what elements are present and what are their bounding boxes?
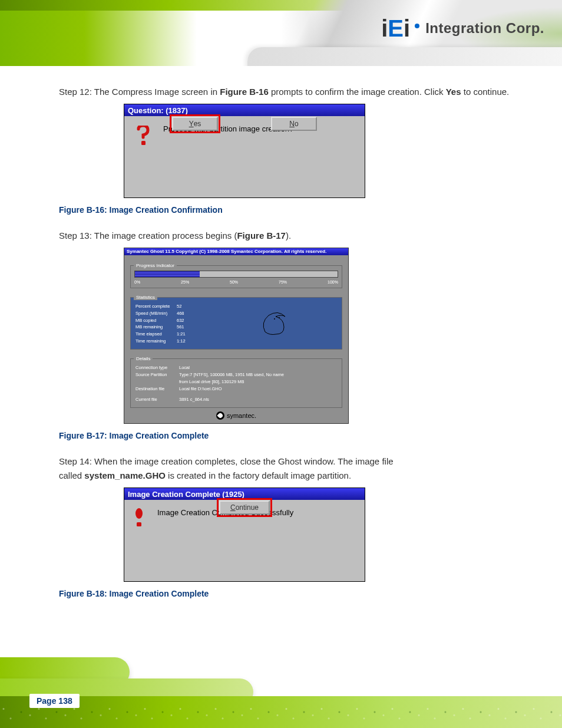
stats-table: Percent complete52 Speed (MB/min)468 MB …: [134, 302, 198, 345]
step-12-part-2: prompts to confirm the image creation. C…: [269, 87, 446, 97]
stats-box: Percent complete52 Speed (MB/min)468 MB …: [130, 297, 342, 350]
document-body: Step 12: The Compress Image screen in Fi…: [59, 77, 527, 612]
step-14-text: Step 14: When the image creation complet…: [59, 454, 527, 483]
stat-row: Speed (MB/min)468: [135, 311, 197, 317]
step-13-body: The image creation process begins (: [94, 230, 237, 241]
dialog3-title: Image Creation Complete (1925): [128, 490, 244, 499]
dialog3-buttons: Continue: [124, 500, 365, 515]
tick-50: 50%: [230, 280, 238, 284]
progress-bar: [134, 271, 338, 278]
step-12-text: Step 12: The Compress Image screen in Fi…: [59, 85, 527, 99]
no-button[interactable]: No: [271, 117, 317, 131]
figure-b17-caption: Figure B-17: Image Creation Complete: [59, 431, 527, 440]
ghost-logo-area: [210, 302, 338, 345]
figure-b16-dialog: Question: (1837) Proceed with partition …: [124, 104, 365, 198]
detail-row: Connection typeLocal: [135, 365, 284, 371]
step-14-filename: system_name.GHO: [84, 470, 166, 480]
tick-25: 25%: [181, 280, 189, 284]
ghost-body: Progress Indicator 0% 25% 50% 75% 100% S…: [124, 255, 348, 423]
no-button-rest: o: [295, 120, 299, 128]
step-13-text: Step 13: The image creation process begi…: [59, 229, 527, 243]
page-number: Page 138: [29, 694, 80, 708]
header-curve: [247, 47, 562, 66]
progress-box: 0% 25% 50% 75% 100%: [130, 265, 342, 288]
ghost-titlebar: Symantec Ghost 11.5 Copyright (C) 1998-2…: [124, 248, 348, 255]
continue-rest: ontinue: [236, 503, 259, 512]
tick-100: 100%: [328, 280, 338, 284]
stat-row: Percent complete52: [135, 304, 197, 309]
stats-label: Statistics: [134, 295, 157, 300]
figure-b16-caption: Figure B-16: Image Creation Confirmation: [59, 205, 527, 215]
svg-point-2: [279, 317, 280, 318]
detail-row: from Local drive [80], 130129 MB: [135, 379, 284, 385]
dialog1-buttons: Yes No: [124, 117, 365, 131]
svg-point-1: [274, 318, 275, 319]
figure-b17-ghost: Symantec Ghost 11.5 Copyright (C) 1998-2…: [124, 248, 349, 424]
stat-row: Time elapsed1:21: [135, 331, 197, 337]
details-table: Connection typeLocal Source PartitionTyp…: [134, 364, 285, 404]
logo-iei: iEi: [381, 17, 410, 40]
stat-row: Time remaining1:12: [135, 338, 197, 344]
detail-row: Source PartitionType:7 [NTFS], 100006 MB…: [135, 372, 284, 378]
dialog3-titlebar: Image Creation Complete (1925): [124, 488, 365, 500]
footer-dots: [0, 696, 562, 728]
continue-button[interactable]: Continue: [219, 500, 270, 515]
detail-row: Destination fileLocal file D:\\oei.GHO: [135, 386, 284, 392]
progress-label: Progress Indicator: [134, 263, 177, 268]
dialog3-content: Image Creation Completed Successfully Co…: [124, 500, 365, 523]
dialog1-content: Proceed with partition image creation? Y…: [124, 116, 365, 139]
step-13-prefix: Step 13:: [59, 230, 92, 241]
step-13-tail: ).: [286, 230, 291, 241]
stat-row: MB copied632: [135, 318, 197, 324]
details-box: Connection typeLocal Source PartitionTyp…: [130, 358, 342, 409]
footer-banner: Page 138: [0, 657, 562, 728]
header-banner: iEi Integration Corp.: [0, 0, 562, 66]
progress-fill: [135, 271, 200, 277]
symantec-icon: [216, 411, 224, 420]
figure-b18-caption: Figure B-18: Image Creation Complete: [59, 589, 527, 598]
stat-row: MB remaining561: [135, 324, 197, 330]
logo-dot-icon: [415, 24, 419, 28]
svg-rect-4: [137, 522, 141, 526]
logo-corp-text: Integration Corp.: [425, 20, 544, 37]
ghost-icon: [258, 311, 290, 337]
step-12-yes: Yes: [446, 87, 461, 97]
details-label: Details: [134, 356, 153, 361]
svg-rect-0: [141, 141, 146, 145]
step-12-part-1: The Compress Image screen in: [94, 87, 220, 97]
progress-ticks: 0% 25% 50% 75% 100%: [134, 280, 338, 284]
symantec-brand: symantec.: [130, 411, 342, 420]
tick-0: 0%: [134, 280, 140, 284]
tick-75: 75%: [279, 280, 287, 284]
step-14-part-1: When the image creation completes, close…: [94, 456, 394, 466]
step-12-figure-ref: Figure B-16: [220, 87, 269, 97]
step-14-prefix: Step 14:: [59, 456, 92, 466]
symantec-text: symantec.: [227, 412, 256, 419]
step-14-tail: is created in the factory default image …: [166, 470, 351, 480]
detail-row: Current file3891 c_864.nls: [135, 393, 284, 403]
step-14-mid: called: [59, 470, 84, 480]
figure-b18-dialog: Image Creation Complete (1925) Image Cre…: [124, 487, 365, 582]
step-12-prefix: Step 12:: [59, 87, 92, 97]
step-12-tail: to continue.: [461, 87, 510, 97]
dialog1-title: Question: (1837): [128, 106, 188, 115]
yes-button-rest: es: [194, 120, 201, 128]
yes-button[interactable]: Yes: [172, 117, 218, 131]
dialog-titlebar: Question: (1837): [124, 104, 365, 116]
step-13-figure-ref: Figure B-17: [237, 230, 286, 241]
